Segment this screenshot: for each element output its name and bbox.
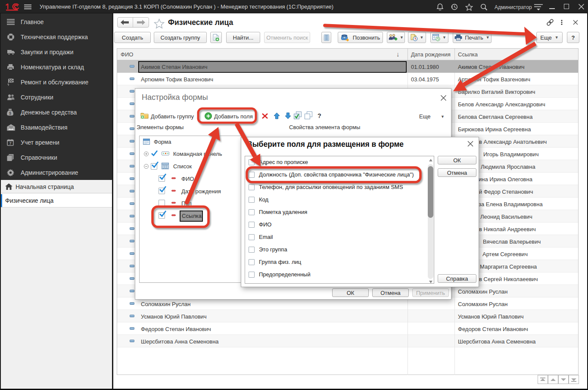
svg-text:7: 7 [9, 141, 11, 145]
svg-text:$: $ [9, 111, 11, 115]
